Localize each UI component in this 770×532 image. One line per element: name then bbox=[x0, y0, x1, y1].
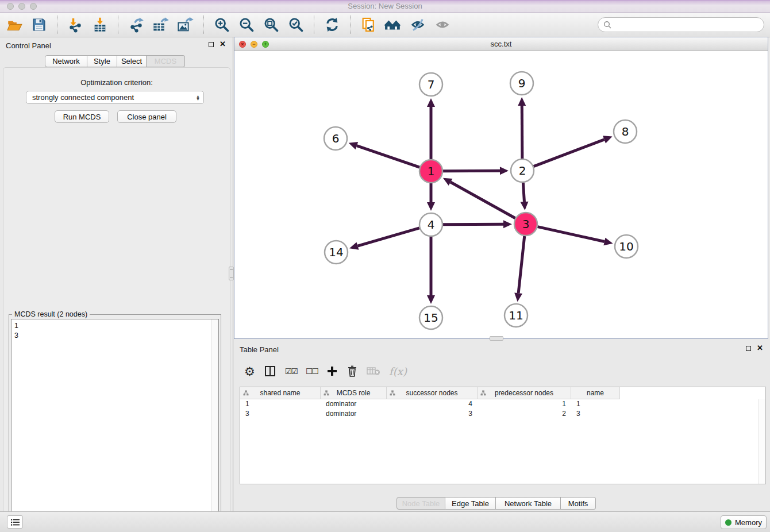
table-cell[interactable]: 4 bbox=[387, 400, 478, 408]
task-history-button[interactable] bbox=[7, 515, 23, 529]
clone-network-icon[interactable] bbox=[360, 16, 377, 34]
column-header-MCDS-role[interactable]: MCDS role bbox=[321, 387, 387, 399]
table-cell[interactable]: 1 bbox=[571, 400, 620, 408]
network-graph[interactable]: 7968124314101511 bbox=[234, 51, 768, 338]
edge-3-1[interactable] bbox=[443, 178, 515, 218]
search-input[interactable] bbox=[614, 19, 764, 30]
column-header-shared-name[interactable]: shared name bbox=[240, 387, 321, 399]
edge-4-14[interactable] bbox=[349, 228, 419, 250]
node-4[interactable]: 4 bbox=[419, 213, 442, 236]
tab-node-table[interactable]: Node Table bbox=[396, 497, 445, 510]
apply-layout-icon[interactable] bbox=[324, 16, 341, 34]
column-header-name[interactable]: name bbox=[571, 387, 620, 399]
export-table-icon[interactable] bbox=[152, 16, 170, 34]
table-cell[interactable]: dominator bbox=[321, 410, 387, 418]
node-15[interactable]: 15 bbox=[419, 306, 442, 329]
node-label: 9 bbox=[518, 76, 526, 90]
column-header-successor-nodes[interactable]: successor nodes bbox=[387, 387, 478, 399]
table-row[interactable]: 1dominator411 bbox=[240, 399, 765, 409]
add-column-icon[interactable] bbox=[326, 363, 338, 379]
node-table[interactable]: shared nameMCDS rolesuccessor nodesprede… bbox=[240, 387, 766, 484]
table-scrollbar[interactable] bbox=[759, 399, 765, 484]
maximize-window-button[interactable] bbox=[30, 3, 37, 10]
edge-3-10[interactable] bbox=[537, 227, 613, 246]
table-cell[interactable]: 1 bbox=[240, 400, 321, 408]
node-10[interactable]: 10 bbox=[615, 235, 638, 258]
zoom-fit-icon[interactable] bbox=[263, 16, 280, 34]
search-box[interactable] bbox=[598, 17, 764, 32]
network-canvas[interactable]: 7968124314101511 bbox=[234, 51, 768, 338]
hide-graphics-details-icon[interactable] bbox=[409, 16, 426, 34]
tab-motifs[interactable]: Motifs bbox=[561, 497, 596, 510]
float-panel-icon[interactable] bbox=[209, 42, 214, 47]
node-2[interactable]: 2 bbox=[511, 159, 534, 182]
node-14[interactable]: 14 bbox=[325, 241, 348, 264]
show-graphics-details-icon[interactable] bbox=[434, 16, 451, 34]
table-row[interactable]: 3dominator323 bbox=[240, 409, 765, 419]
edge-4-3[interactable] bbox=[443, 220, 512, 228]
edge-3-11[interactable] bbox=[514, 236, 525, 302]
edge-2-8[interactable] bbox=[534, 136, 613, 166]
close-panel-button[interactable]: Close panel bbox=[117, 110, 176, 123]
splitter-grip-horizontal[interactable] bbox=[490, 336, 503, 341]
import-table-icon[interactable] bbox=[91, 16, 109, 34]
tab-mcds[interactable]: MCDS bbox=[147, 55, 185, 67]
import-network-icon[interactable] bbox=[67, 16, 84, 34]
node-8[interactable]: 8 bbox=[614, 120, 637, 143]
delete-column-trash-icon[interactable] bbox=[346, 363, 358, 379]
float-table-panel-icon[interactable] bbox=[746, 346, 751, 351]
table-cell[interactable]: 3 bbox=[387, 410, 478, 418]
table-cell[interactable]: 3 bbox=[571, 410, 620, 418]
tab-edge-table[interactable]: Edge Table bbox=[445, 497, 496, 510]
zoom-in-icon[interactable] bbox=[213, 16, 230, 34]
export-network-icon[interactable] bbox=[128, 16, 145, 34]
network-maximize-icon[interactable]: + bbox=[262, 41, 269, 48]
open-session-icon[interactable] bbox=[6, 16, 23, 34]
show-columns-icon[interactable] bbox=[264, 363, 276, 379]
tab-network-table[interactable]: Network Table bbox=[496, 497, 561, 510]
edge-1-7[interactable] bbox=[427, 98, 435, 159]
edge-1-4[interactable] bbox=[427, 183, 435, 211]
table-cell[interactable]: 2 bbox=[478, 410, 571, 418]
network-minimize-icon[interactable]: − bbox=[251, 41, 257, 48]
close-panel-icon[interactable]: ✕ bbox=[220, 41, 226, 47]
minimize-window-button[interactable] bbox=[18, 3, 25, 10]
network-window-titlebar[interactable]: × − + scc.txt bbox=[234, 37, 768, 51]
node-3[interactable]: 3 bbox=[514, 213, 537, 236]
export-image-icon[interactable] bbox=[177, 16, 194, 34]
criterion-dropdown[interactable]: strongly connected component ▲▼ bbox=[26, 91, 204, 104]
close-window-button[interactable] bbox=[7, 3, 14, 10]
node-9[interactable]: 9 bbox=[510, 72, 533, 95]
edge-2-9[interactable] bbox=[518, 97, 526, 159]
result-scrollbar[interactable] bbox=[211, 319, 218, 529]
select-all-icon[interactable]: ☑☑ bbox=[285, 363, 297, 379]
node-6[interactable]: 6 bbox=[324, 127, 347, 150]
node-7[interactable]: 7 bbox=[419, 73, 442, 96]
save-session-icon[interactable] bbox=[30, 16, 48, 34]
tab-network[interactable]: Network bbox=[45, 55, 87, 67]
zoom-selected-icon[interactable] bbox=[287, 16, 305, 34]
mcds-result-box[interactable]: 13 bbox=[11, 319, 219, 530]
tab-style[interactable]: Style bbox=[87, 55, 117, 67]
edge-1-2[interactable] bbox=[443, 167, 509, 175]
edge-4-15[interactable] bbox=[427, 237, 435, 304]
memory-button[interactable]: Memory bbox=[721, 515, 767, 529]
node-11[interactable]: 11 bbox=[505, 304, 528, 327]
run-mcds-button[interactable]: Run MCDS bbox=[55, 110, 109, 123]
tab-select[interactable]: Select bbox=[117, 55, 147, 67]
edge-2-3[interactable] bbox=[521, 183, 529, 210]
zoom-out-icon[interactable] bbox=[238, 16, 255, 34]
deselect-all-icon[interactable]: ☐☐ bbox=[306, 363, 318, 379]
node-1[interactable]: 1 bbox=[419, 160, 442, 183]
table-settings-gear-icon[interactable]: ⚙ bbox=[244, 363, 255, 379]
status-bar: Memory bbox=[0, 511, 770, 532]
splitter-grip-vertical[interactable] bbox=[229, 267, 234, 280]
show-all-networks-icon[interactable] bbox=[384, 16, 402, 34]
table-cell[interactable]: 3 bbox=[240, 410, 321, 418]
network-close-icon[interactable]: × bbox=[239, 41, 246, 48]
column-header-predecessor-nodes[interactable]: predecessor nodes bbox=[478, 387, 571, 399]
edge-1-6[interactable] bbox=[349, 142, 419, 167]
table-cell[interactable]: 1 bbox=[478, 400, 571, 408]
table-cell[interactable]: dominator bbox=[321, 400, 387, 408]
close-table-panel-icon[interactable]: ✕ bbox=[757, 345, 763, 351]
